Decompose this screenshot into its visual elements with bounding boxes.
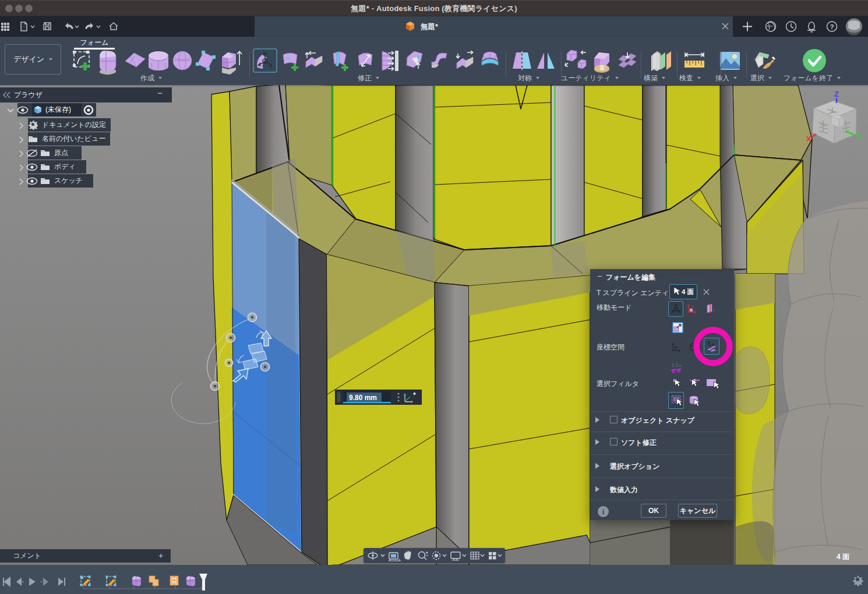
svg-text:4 面: 4 面 <box>682 288 694 295</box>
svg-text:無題*: 無題* <box>420 23 438 31</box>
svg-text:X: X <box>806 135 811 143</box>
svg-text:Z: Z <box>834 90 839 98</box>
svg-text:?: ? <box>830 23 834 30</box>
svg-text:9.80 mm: 9.80 mm <box>349 394 377 402</box>
svg-text:Y: Y <box>856 133 862 142</box>
